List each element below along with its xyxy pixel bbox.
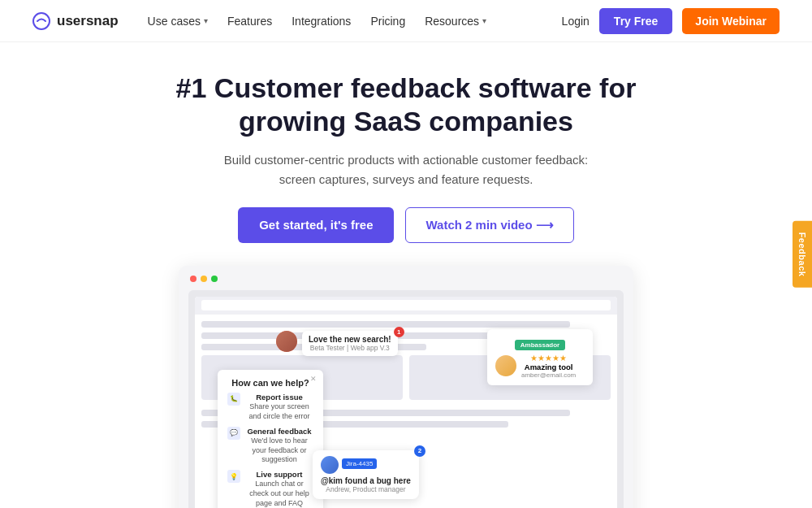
avatar-bubble-widget: Love the new search! Beta Tester | Web a… (276, 331, 398, 356)
logo[interactable]: usersnap (32, 12, 119, 30)
logo-icon (32, 12, 50, 30)
watch-video-button[interactable]: Watch 2 min video ⟶ (405, 207, 573, 243)
maximize-dot (211, 276, 218, 282)
ambassador-text: Amazing tool (521, 363, 576, 371)
jira-sub: Andrew, Product manager (321, 485, 411, 493)
chevron-down-icon: ▾ (204, 16, 208, 25)
popup-item-text: General feedback We'd love to hear your … (245, 427, 313, 465)
popup-title: How can we help? (227, 378, 313, 388)
join-webinar-button[interactable]: Join Webinar (682, 8, 780, 34)
try-free-button[interactable]: Try Free (599, 8, 672, 34)
logo-text: usersnap (57, 13, 119, 29)
help-popup-widget: ✕ How can we help? 🐛 Report issue Share … (218, 370, 323, 508)
nav-actions: Login Try Free Join Webinar (562, 8, 780, 34)
mock-line (201, 321, 570, 328)
popup-item-feedback: 💬 General feedback We'd love to hear you… (227, 427, 313, 465)
chat-icon: 💬 (227, 427, 240, 440)
feedback-tab[interactable]: Feedback (793, 220, 812, 288)
close-dot (190, 276, 197, 282)
mock-url-bar (201, 300, 611, 310)
jira-bubble-widget: 2 Jira-4435 @kim found a bug here Andrew… (313, 450, 419, 499)
bubble-title: Love the new search! (309, 335, 391, 344)
demo-wrapper: Love the new search! Beta Tester | Web a… (16, 266, 796, 508)
svg-point-0 (33, 13, 50, 29)
hero-subtext: Build customer-centric products with act… (16, 150, 796, 189)
bubble-sub: Beta Tester | Web app V.3 (309, 344, 391, 352)
navbar: usersnap Use cases ▾ Features Integratio… (0, 0, 812, 42)
ambassador-widget: Ambassador ★★★★★ Amazing tool amber@emai… (487, 329, 593, 385)
nav-links: Use cases ▾ Features Integrations Pricin… (148, 15, 562, 28)
speech-bubble: Love the new search! Beta Tester | Web a… (302, 331, 398, 356)
nav-integrations[interactable]: Integrations (292, 15, 351, 28)
popup-close-button[interactable]: ✕ (310, 375, 317, 383)
ambassador-row: ★★★★★ Amazing tool amber@email.com (495, 354, 585, 379)
ambassador-avatar (495, 355, 516, 376)
nav-resources[interactable]: Resources ▾ (425, 15, 486, 28)
jira-avatar (321, 456, 339, 474)
bug-icon: 🐛 (227, 393, 240, 406)
badge-count: 2 (414, 445, 425, 457)
nav-features[interactable]: Features (227, 15, 272, 28)
ambassador-info: ★★★★★ Amazing tool amber@email.com (521, 354, 576, 379)
ambassador-email: amber@email.com (521, 371, 576, 379)
minimize-dot (201, 276, 207, 282)
demo-body: Love the new search! Beta Tester | Web a… (188, 290, 624, 508)
popup-item-support: 💡 Live support Launch chat or check out … (227, 470, 313, 508)
badge-count: 1 (394, 327, 404, 337)
get-started-button[interactable]: Get started, it's free (238, 207, 394, 243)
hero-buttons: Get started, it's free Watch 2 min video… (16, 207, 796, 243)
ambassador-badge: Ambassador (515, 340, 565, 350)
mock-browser: Love the new search! Beta Tester | Web a… (195, 297, 617, 508)
login-button[interactable]: Login (562, 15, 590, 28)
mock-toolbar (195, 297, 617, 315)
jira-tag: Jira-4435 (342, 458, 377, 469)
nav-use-cases[interactable]: Use cases ▾ (148, 15, 208, 28)
popup-item-report: 🐛 Report issue Share your screen and cir… (227, 393, 313, 422)
demo-window: Love the new search! Beta Tester | Web a… (179, 266, 633, 508)
jira-text: @kim found a bug here (321, 476, 411, 485)
hero-headline: #1 Customer feedback software for growin… (16, 72, 796, 139)
popup-item-text: Report issue Share your screen and circl… (245, 393, 313, 422)
ambassador-stars: ★★★★★ (521, 354, 576, 363)
popup-item-text: Live support Launch chat or check out ou… (245, 470, 313, 508)
demo-titlebar (188, 276, 624, 282)
nav-pricing[interactable]: Pricing (370, 15, 405, 28)
avatar (276, 331, 297, 352)
chevron-down-icon: ▾ (482, 16, 486, 25)
hero-section: #1 Customer feedback software for growin… (0, 42, 812, 508)
support-icon: 💡 (227, 470, 240, 483)
